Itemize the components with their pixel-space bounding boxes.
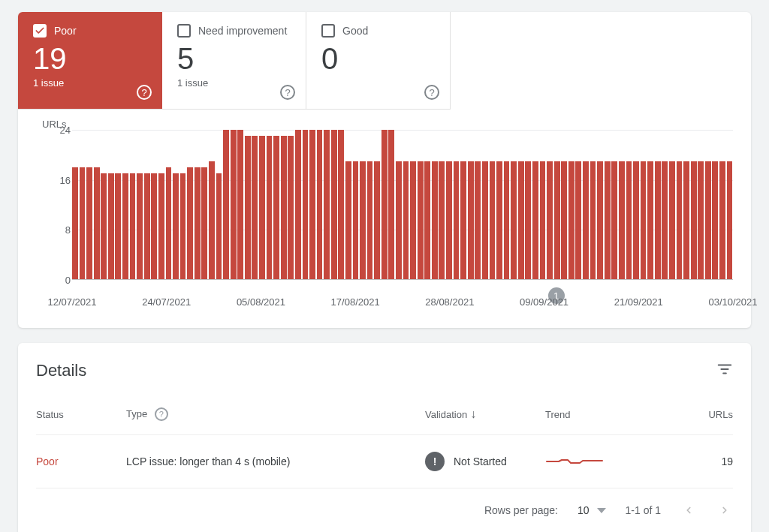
chart-bar[interactable]: [144, 173, 150, 280]
chart-bar[interactable]: [374, 161, 380, 280]
chart-bar[interactable]: [418, 161, 424, 280]
chart-bar[interactable]: [454, 161, 460, 280]
chart-bar[interactable]: [108, 173, 114, 280]
chart-bar[interactable]: [295, 130, 301, 280]
chart-bar[interactable]: [561, 161, 567, 280]
chart-bar[interactable]: [324, 130, 330, 280]
chart-bar[interactable]: [712, 161, 718, 280]
chart-bar[interactable]: [641, 161, 647, 280]
chart-bar[interactable]: [403, 161, 409, 280]
col-validation[interactable]: Validation ↓: [425, 407, 545, 421]
help-icon[interactable]: ?: [155, 407, 168, 421]
chart-bar[interactable]: [475, 161, 481, 280]
chart-bar[interactable]: [511, 161, 517, 280]
chart-bar[interactable]: [381, 130, 388, 280]
chart-bar[interactable]: [547, 161, 553, 280]
chart-bar[interactable]: [158, 173, 164, 280]
chart-bar[interactable]: [677, 161, 683, 280]
chart-bar[interactable]: [597, 161, 603, 280]
chart-bar[interactable]: [424, 161, 430, 280]
rows-per-page-select[interactable]: 10: [578, 504, 606, 516]
chart-bar[interactable]: [460, 161, 466, 280]
chart-bar[interactable]: [554, 161, 560, 280]
chart-bar[interactable]: [446, 161, 452, 280]
chart-bar[interactable]: [317, 130, 323, 280]
chart-bar[interactable]: [180, 173, 186, 280]
chart-bar[interactable]: [288, 136, 294, 280]
chart-bar[interactable]: [209, 161, 215, 280]
chart-bar[interactable]: [267, 136, 273, 280]
chart-bar[interactable]: [698, 161, 704, 280]
help-icon[interactable]: ?: [424, 85, 439, 100]
chart-bar[interactable]: [590, 161, 596, 280]
chart-bar[interactable]: [231, 130, 237, 280]
chart-bar[interactable]: [669, 161, 675, 280]
table-row[interactable]: Poor LCP issue: longer than 4 s (mobile)…: [36, 435, 733, 488]
chart-bar[interactable]: [94, 167, 100, 280]
help-icon[interactable]: ?: [137, 85, 152, 100]
chart-bar[interactable]: [166, 167, 172, 280]
chart-bar[interactable]: [331, 130, 337, 280]
chart-bar[interactable]: [115, 173, 121, 280]
chart-bar[interactable]: [396, 161, 402, 280]
col-urls[interactable]: URLs: [673, 409, 733, 420]
filter-icon[interactable]: [716, 361, 733, 380]
chart-bar[interactable]: [223, 130, 229, 280]
chart-bar[interactable]: [173, 173, 179, 280]
chart-bar[interactable]: [432, 161, 438, 280]
chart-bar[interactable]: [633, 161, 639, 280]
chart-bar[interactable]: [504, 161, 510, 280]
help-icon[interactable]: ?: [280, 85, 295, 100]
chart-bar[interactable]: [80, 167, 86, 280]
chart-bar[interactable]: [122, 173, 128, 280]
chart-bar[interactable]: [532, 161, 538, 280]
chart-bar[interactable]: [683, 161, 689, 280]
chart-bar[interactable]: [137, 173, 143, 280]
chart-bar[interactable]: [691, 161, 697, 280]
next-page-button[interactable]: [716, 502, 733, 518]
tab-good[interactable]: Good0 ?: [306, 12, 451, 110]
chart-bar[interactable]: [410, 161, 416, 280]
chart-bar[interactable]: [216, 173, 222, 280]
chart-bar[interactable]: [201, 167, 207, 280]
chart-bar[interactable]: [237, 130, 243, 280]
chart-bar[interactable]: [187, 167, 193, 280]
chart-bar[interactable]: [705, 161, 711, 280]
chart-bar[interactable]: [605, 161, 611, 280]
chart-bar[interactable]: [281, 136, 287, 280]
chart-bar[interactable]: [647, 161, 653, 280]
chart-bar[interactable]: [245, 136, 251, 280]
col-type[interactable]: Type ?: [126, 407, 425, 421]
chart-bar[interactable]: [468, 161, 474, 280]
chart-bar[interactable]: [490, 161, 496, 280]
chart-bar[interactable]: [345, 161, 351, 280]
chart-bar[interactable]: [130, 173, 136, 280]
chart-bar[interactable]: [583, 161, 589, 280]
chart-bar[interactable]: [626, 161, 632, 280]
chart-bar[interactable]: [309, 130, 315, 280]
chart-bar[interactable]: [727, 161, 733, 280]
chart-bar[interactable]: [338, 130, 344, 280]
chart-bar[interactable]: [575, 161, 581, 280]
chart-bar[interactable]: [719, 161, 725, 280]
chart-bar[interactable]: [518, 161, 524, 280]
chart-bar[interactable]: [86, 167, 92, 280]
chart-bar[interactable]: [360, 161, 366, 280]
chart-bar[interactable]: [195, 167, 201, 280]
col-trend[interactable]: Trend: [545, 409, 673, 420]
chart-bar[interactable]: [611, 161, 617, 280]
chart-bar[interactable]: [72, 167, 78, 280]
chart-bar[interactable]: [273, 136, 279, 280]
chart-bar[interactable]: [540, 161, 546, 280]
col-status[interactable]: Status: [36, 409, 126, 420]
chart-bar[interactable]: [619, 161, 625, 280]
chart-bar[interactable]: [101, 173, 107, 280]
chart-bar[interactable]: [662, 161, 668, 280]
chart-bar[interactable]: [655, 161, 661, 280]
chart-bar[interactable]: [353, 161, 359, 280]
chart-bar[interactable]: [568, 161, 574, 280]
chart-bar[interactable]: [388, 130, 394, 280]
chart-bar[interactable]: [496, 161, 502, 280]
chart-bar[interactable]: [525, 161, 531, 280]
chart-bar[interactable]: [303, 130, 309, 280]
